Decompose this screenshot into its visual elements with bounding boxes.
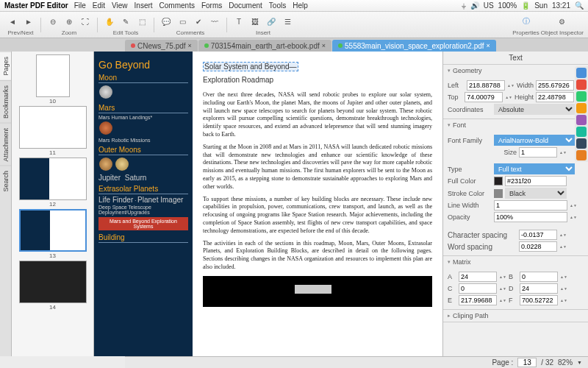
dock-app5[interactable] xyxy=(576,127,587,137)
dock-app1[interactable] xyxy=(576,79,587,90)
menu-insert[interactable]: Insert xyxy=(135,1,153,10)
mars-icon xyxy=(99,121,112,135)
sidetab-pages[interactable]: Pages xyxy=(0,52,11,80)
dock-app2[interactable] xyxy=(576,91,587,102)
menubar: Master PDF Editor File Edit View Insert … xyxy=(0,0,588,12)
geom-height[interactable] xyxy=(536,92,574,102)
edit-tool[interactable]: ✎ xyxy=(118,13,134,29)
font-size[interactable] xyxy=(519,147,557,158)
line-width[interactable] xyxy=(494,200,567,210)
sidetab-attachment[interactable]: Attachment xyxy=(0,123,11,166)
status-bar: Page : / 32 82% ▼ xyxy=(125,356,588,368)
insert-text[interactable]: T xyxy=(231,13,247,29)
properties-label: Properties xyxy=(512,29,539,36)
insert-link[interactable]: 🔗 xyxy=(263,13,279,29)
battery-text: 100% xyxy=(498,1,517,10)
dock-app7[interactable] xyxy=(576,150,587,160)
properties-button[interactable]: ⓘ xyxy=(518,13,534,29)
document-canvas[interactable]: Go Beyond Moon Mars Mars Human Landings*… xyxy=(94,52,442,356)
wifi-icon[interactable]: ⏚ xyxy=(462,1,466,10)
geom-width[interactable] xyxy=(536,80,574,91)
char-spacing[interactable] xyxy=(519,230,557,240)
thumb-14[interactable]: 14 xyxy=(13,261,92,311)
highlight-tool[interactable]: ▭ xyxy=(174,13,190,29)
matrix-a[interactable] xyxy=(459,272,497,282)
dock-app6[interactable] xyxy=(576,138,587,149)
coords-select[interactable]: Absolute xyxy=(494,104,575,115)
thumb-10[interactable]: 10 xyxy=(13,54,92,105)
opacity[interactable] xyxy=(494,212,567,222)
word-spacing[interactable] xyxy=(519,241,557,252)
matrix-d[interactable] xyxy=(520,283,558,294)
fill-color[interactable] xyxy=(505,176,567,186)
next-button[interactable]: ► xyxy=(21,13,37,29)
page-title[interactable]: Solar System and Beyond—Exploration Road… xyxy=(203,59,432,85)
object-inspector-button[interactable]: ⚙ xyxy=(554,13,570,29)
menu-document[interactable]: Document xyxy=(229,1,262,10)
geom-left[interactable] xyxy=(467,80,505,91)
thumb-11[interactable]: 11 xyxy=(13,106,92,156)
app-name: Master PDF Editor xyxy=(4,1,68,10)
stroke-select[interactable]: Black xyxy=(505,188,567,199)
thumbnails-panel: 10 11 12 13 14 xyxy=(12,52,94,356)
thumb-12[interactable]: 12 xyxy=(13,158,92,208)
sidetab-bookmarks[interactable]: Bookmarks xyxy=(0,80,11,123)
dock-finder[interactable] xyxy=(576,68,587,78)
thumb-13[interactable]: 13 xyxy=(13,209,92,259)
matrix-e[interactable] xyxy=(459,295,497,305)
draw-tool[interactable]: 〰 xyxy=(207,13,223,29)
matrix-f[interactable] xyxy=(520,295,558,305)
tab-1[interactable]: 703154main_earth_art-ebook.pdf× xyxy=(198,40,331,52)
section-moon: Moon xyxy=(98,74,188,83)
search-icon[interactable]: 🔍 xyxy=(575,1,584,10)
menu-tools[interactable]: Tools xyxy=(269,1,286,10)
clock-day: Sun xyxy=(534,1,548,10)
select-tool[interactable]: ⬚ xyxy=(134,13,150,29)
zoom-out-button[interactable]: ⊖ xyxy=(45,13,61,29)
comments-label: Comments xyxy=(176,29,205,36)
selected-text[interactable]: Solar System and Beyond— xyxy=(203,62,298,71)
page-input[interactable] xyxy=(517,358,537,367)
clock-time: 13:21 xyxy=(552,1,570,10)
matrix-b[interactable] xyxy=(520,272,558,282)
jupiter-icon xyxy=(99,158,112,171)
close-icon[interactable]: × xyxy=(188,42,192,49)
dock-app3[interactable] xyxy=(576,103,587,113)
menu-forms[interactable]: Forms xyxy=(201,1,222,10)
zoom-fit-button[interactable]: ⛶ xyxy=(77,13,93,29)
insert-form[interactable]: ☰ xyxy=(279,13,295,29)
note-tool[interactable]: 💬 xyxy=(158,13,174,29)
battery-icon[interactable]: 🔋 xyxy=(521,1,530,10)
dock-app4[interactable] xyxy=(576,115,587,125)
font-type-select[interactable]: Full text xyxy=(494,163,575,174)
fill-swatch[interactable] xyxy=(494,177,503,185)
close-icon[interactable]: × xyxy=(322,42,326,49)
menu-edit[interactable]: Edit xyxy=(93,1,105,10)
matrix-c[interactable] xyxy=(459,283,497,294)
prev-button[interactable]: ◄ xyxy=(4,13,21,29)
page-13: Go Beyond Moon Mars Mars Human Landings*… xyxy=(94,52,442,356)
stroke-swatch[interactable] xyxy=(494,189,503,198)
zoom-in-button[interactable]: ⊕ xyxy=(61,13,77,29)
document-tabs: CNews_75.pdf× 703154main_earth_art-ebook… xyxy=(0,38,588,52)
font-family-select[interactable]: ArialNarrow-Bold xyxy=(494,135,575,146)
menu-file[interactable]: File xyxy=(74,1,86,10)
sidetab-search[interactable]: Search xyxy=(0,166,11,197)
tab-0[interactable]: CNews_75.pdf× xyxy=(125,40,198,52)
menu-comments[interactable]: Comments xyxy=(159,1,195,10)
chevron-down-icon[interactable]: ▼ xyxy=(577,360,582,365)
flag-icon[interactable]: US xyxy=(484,1,494,10)
zoom-value: 82% xyxy=(558,358,573,367)
spinner[interactable]: ▲▼ xyxy=(507,84,514,88)
menubar-status: ⏚ 🔊 US 100% 🔋 Sun 13:21 🔍 xyxy=(462,1,584,10)
menu-help[interactable]: Help xyxy=(293,1,308,10)
volume-icon[interactable]: 🔊 xyxy=(470,1,479,10)
insert-image[interactable]: 🖼 xyxy=(247,13,263,29)
close-icon[interactable]: × xyxy=(487,42,490,49)
tab-2[interactable]: 55583main_vision_space_exploration2.pdf× xyxy=(332,40,496,52)
menu-view[interactable]: View xyxy=(112,1,128,10)
stamp-tool[interactable]: ✔ xyxy=(190,13,207,29)
geom-top[interactable] xyxy=(465,92,503,102)
section-building: Building xyxy=(98,233,188,243)
hand-tool[interactable]: ✋ xyxy=(101,13,118,29)
